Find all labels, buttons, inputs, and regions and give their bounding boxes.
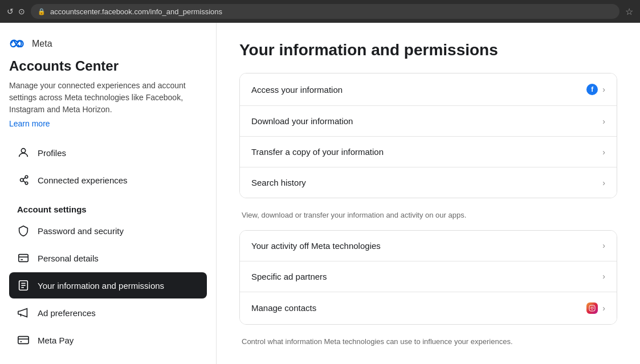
instagram-badge — [586, 302, 598, 314]
browser-chrome: ↺ ⊙ 🔒 accountscenter.facebook.com/info_a… — [0, 0, 640, 23]
svg-line-4 — [23, 178, 26, 179]
browser-nav-icons: ↺ ⊙ — [7, 7, 25, 16]
ad-preferences-label: Ad preferences — [38, 308, 96, 318]
facebook-badge: f — [586, 84, 598, 95]
sidebar-item-your-information[interactable]: Your information and permissions — [9, 272, 207, 298]
section2-hint: Control what information Meta technologi… — [239, 332, 617, 357]
connected-icon — [17, 174, 30, 186]
search-history-item[interactable]: Search history › — [240, 167, 617, 198]
specific-ad-partners-item[interactable]: Specific ad partners › — [240, 261, 617, 292]
access-your-information-item[interactable]: Access your information f › — [240, 73, 617, 106]
account-settings-header: Account settings — [9, 198, 207, 218]
sidebar-item-meta-pay[interactable]: Meta Pay — [9, 327, 207, 353]
activity-off-meta-item[interactable]: Your activity off Meta technologies › — [240, 231, 617, 261]
chevron-right-icon: › — [602, 85, 605, 94]
search-history-right: › — [602, 178, 605, 187]
sidebar-description: Manage your connected experiences and ac… — [9, 80, 207, 116]
person-icon — [17, 146, 30, 159]
chevron-right-icon: › — [602, 148, 605, 157]
manage-contacts-item[interactable]: Manage contacts › — [240, 292, 617, 324]
credit-card-icon — [17, 334, 30, 346]
manage-contacts-right: › — [586, 302, 605, 314]
chevron-right-icon: › — [602, 178, 605, 187]
sidebar: Meta Accounts Center Manage your connect… — [0, 23, 217, 364]
meta-logo-icon — [9, 36, 28, 51]
specific-ad-partners-label: Specific ad partners — [251, 272, 327, 281]
chevron-right-icon: › — [602, 304, 605, 313]
main-content: Your information and permissions Access … — [217, 23, 640, 364]
svg-line-5 — [23, 181, 26, 182]
meta-pay-label: Meta Pay — [38, 336, 74, 345]
download-your-information-item[interactable]: Download your information › — [240, 106, 617, 137]
activity-off-meta-label: Your activity off Meta technologies — [251, 241, 381, 251]
chevron-right-icon: › — [602, 117, 605, 126]
site-info-icon[interactable]: ⊙ — [18, 7, 25, 16]
shield-icon — [17, 224, 30, 237]
activity-off-meta-right: › — [602, 241, 605, 250]
your-information-label: Your information and permissions — [38, 281, 164, 291]
download-info-label: Download your information — [251, 116, 353, 126]
svg-point-0 — [21, 149, 25, 153]
transfer-info-right: › — [602, 148, 605, 157]
transfer-info-label: Transfer a copy of your information — [251, 147, 384, 157]
megaphone-icon — [17, 306, 30, 319]
access-info-right: f › — [586, 84, 605, 95]
access-info-label: Access your information — [251, 85, 343, 95]
sidebar-item-ad-preferences[interactable]: Ad preferences — [9, 300, 207, 326]
svg-rect-17 — [589, 305, 595, 311]
card-icon — [17, 252, 30, 264]
profiles-label: Profiles — [38, 148, 66, 158]
back-icon[interactable]: ↺ — [7, 7, 14, 16]
svg-rect-14 — [18, 337, 28, 344]
svg-point-1 — [21, 178, 24, 182]
url-text: accountscenter.facebook.com/info_and_per… — [50, 7, 222, 16]
password-security-label: Password and security — [38, 226, 124, 236]
transfer-copy-item[interactable]: Transfer a copy of your information › — [240, 137, 617, 167]
meta-logo-text: Meta — [32, 39, 52, 49]
section1-hint: View, download or transfer your informat… — [239, 205, 617, 230]
connected-experiences-label: Connected experiences — [38, 175, 128, 185]
url-bar[interactable]: 🔒 accountscenter.facebook.com/info_and_p… — [31, 4, 619, 19]
sidebar-item-connected-experiences[interactable]: Connected experiences — [9, 167, 207, 193]
chevron-right-icon: › — [602, 241, 605, 250]
sidebar-item-personal-details[interactable]: Personal details — [9, 245, 207, 271]
app-container: Meta Accounts Center Manage your connect… — [0, 23, 640, 364]
personal-details-label: Personal details — [38, 253, 99, 263]
info-card-section1: Access your information f › Download you… — [239, 73, 617, 198]
manage-contacts-label: Manage contacts — [251, 303, 316, 313]
info-list-icon — [17, 279, 30, 292]
sidebar-item-profiles[interactable]: Profiles — [9, 140, 207, 166]
meta-logo: Meta — [9, 36, 207, 51]
lock-icon: 🔒 — [38, 8, 46, 15]
sidebar-app-title: Accounts Center — [9, 58, 207, 74]
page-title: Your information and permissions — [239, 41, 617, 59]
search-history-label: Search history — [251, 178, 306, 187]
chevron-right-icon: › — [602, 272, 605, 281]
download-info-right: › — [602, 117, 605, 126]
sidebar-item-password-security[interactable]: Password and security — [9, 218, 207, 244]
specific-ad-partners-right: › — [602, 272, 605, 281]
bookmark-icon[interactable]: ☆ — [625, 6, 633, 17]
svg-point-18 — [591, 307, 593, 309]
svg-rect-6 — [19, 255, 28, 262]
info-card-section2: Your activity off Meta technologies › Sp… — [239, 230, 617, 325]
svg-point-19 — [593, 306, 594, 306]
learn-more-link[interactable]: Learn more — [9, 119, 207, 128]
